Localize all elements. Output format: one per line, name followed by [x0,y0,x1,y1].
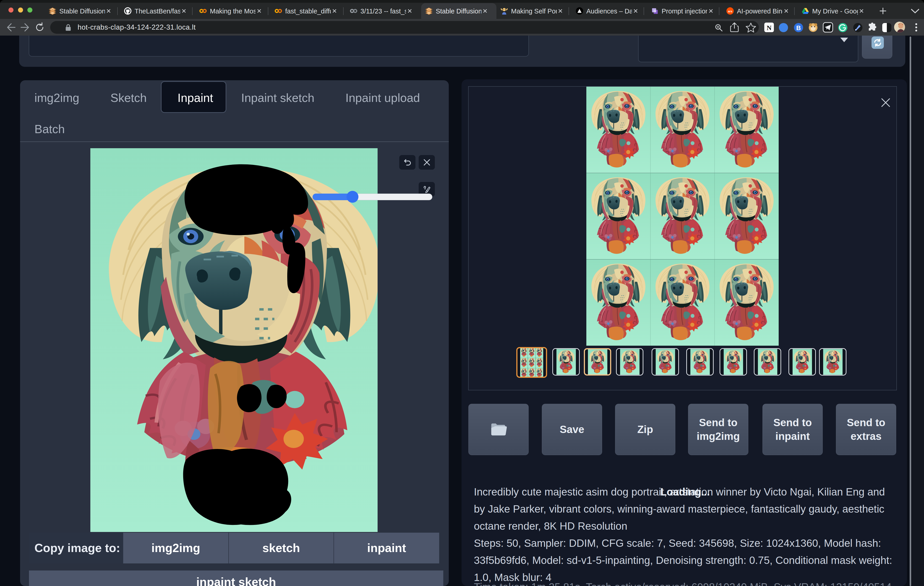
svg-text:ars: ars [728,10,733,13]
svg-text:N: N [767,24,772,31]
svg-text:B: B [796,25,801,31]
